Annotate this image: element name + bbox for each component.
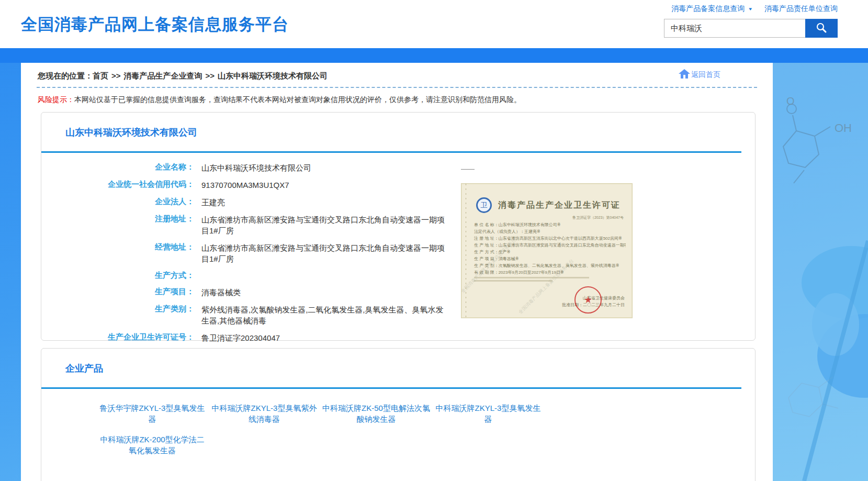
- risk-notice: 风险提示：本网站仅基于已掌握的信息提供查询服务，查询结果不代表本网站对被查询对象…: [21, 88, 773, 105]
- breadcrumb: 您现在的位置：首页>>消毒产品生产企业查询>>山东中科瑞沃环境技术有限公司: [38, 71, 756, 81]
- breadcrumb-row: 您现在的位置：首页>>消毒产品生产企业查询>>山东中科瑞沃环境技术有限公司 返回…: [21, 63, 773, 82]
- field-production-mode: 生产方式：: [41, 267, 755, 284]
- molecule-decoration: OH O: [773, 63, 868, 481]
- certificate-header: 卫 消毒产品生产企业卫生许可证: [461, 184, 632, 213]
- product-link-3[interactable]: 中科瑞沃牌ZK-50型电解法次氯酸钠发生器: [320, 402, 432, 424]
- certificate-number: 鲁卫消证字（2023）第04047号: [461, 215, 632, 220]
- certificate-fine-print: [474, 277, 589, 282]
- search-box: [664, 19, 838, 38]
- license-certificate-image: 全国消毒产品网上备案信息服务平台 全国消毒产品网上备案信息服务平台 卫 消毒产品…: [461, 183, 633, 318]
- certificate-emblem-icon: 卫: [476, 197, 492, 213]
- back-home-link[interactable]: 返回首页: [679, 69, 720, 80]
- product-link-5[interactable]: 中科瑞沃牌ZK-200型化学法二氧化氯发生器: [96, 434, 208, 456]
- nav-responsible-unit-query[interactable]: 消毒产品责任单位查询: [764, 4, 838, 13]
- breadcrumb-current: 山东中科瑞沃环境技术有限公司: [218, 71, 328, 80]
- banner-strip: [0, 48, 868, 63]
- search-input[interactable]: [664, 19, 805, 38]
- company-info-card: 山东中科瑞沃环境技术有限公司 企业名称： 山东中科瑞沃环境技术有限公司 企业统一…: [41, 112, 756, 341]
- product-link-2[interactable]: 中科瑞沃牌ZKYL-3型臭氧紫外线消毒器: [208, 402, 320, 424]
- product-link-4[interactable]: 中科瑞沃牌ZKYL-3型臭氧发生器: [432, 402, 544, 424]
- risk-text: 本网站仅基于已掌握的信息提供查询服务，查询结果不代表本网站对被查询对象信用状况的…: [74, 95, 521, 104]
- products-card: 企业产品 鲁沃华宇牌ZKYL-3型臭氧发生器中科瑞沃牌ZKYL-3型臭氧紫外线消…: [41, 348, 756, 481]
- field-company-name: 企业名称： 山东中科瑞沃环境技术有限公司: [41, 159, 755, 176]
- dash-mark: [461, 169, 475, 170]
- field-legal-person: 企业法人： 王建亮: [41, 194, 755, 211]
- product-link-1[interactable]: 鲁沃华宇牌ZKYL-3型臭氧发生器: [96, 402, 208, 424]
- svg-text:OH: OH: [835, 121, 852, 135]
- field-production-item: 生产项目： 消毒器械类: [41, 284, 755, 301]
- field-business-address: 经营地址： 山东省潍坊市高新区潍安路与宝通街交叉路口东北角自动变速器一期项目1#…: [41, 239, 755, 267]
- products-card-title: 企业产品: [41, 349, 755, 375]
- field-license-number: 生产企业卫生许可证号： 鲁卫消证字202304047: [41, 329, 755, 346]
- breadcrumb-prefix: 您现在的位置：: [38, 71, 93, 80]
- nav-disinfection-record-query[interactable]: 消毒产品备案信息查询: [671, 4, 745, 13]
- top-nav: 消毒产品备案信息查询▼ 消毒产品责任单位查询: [664, 4, 838, 14]
- search-button[interactable]: [805, 19, 838, 38]
- product-list: 鲁沃华宇牌ZKYL-3型臭氧发生器中科瑞沃牌ZKYL-3型臭氧紫外线消毒器中科瑞…: [41, 389, 755, 465]
- site-title: 全国消毒产品网上备案信息服务平台: [21, 14, 289, 36]
- breadcrumb-home[interactable]: 首页: [93, 71, 108, 80]
- breadcrumb-enterprise-query[interactable]: 消毒产品生产企业查询: [124, 71, 202, 80]
- red-seal-icon: ★: [574, 286, 602, 314]
- company-fields: 企业名称： 山东中科瑞沃环境技术有限公司 企业统一社会信用代码： 9137070…: [41, 153, 755, 364]
- header-right: 消毒产品备案信息查询▼ 消毒产品责任单位查询: [664, 4, 838, 38]
- chevron-down-icon: ▼: [748, 7, 753, 12]
- search-icon: [815, 21, 828, 36]
- field-registered-address: 注册地址： 山东省潍坊市高新区潍安路与宝通街交叉路口东北角自动变速器一期项目1#…: [41, 211, 755, 239]
- main-content: 您现在的位置：首页>>消毒产品生产企业查询>>山东中科瑞沃环境技术有限公司 返回…: [21, 63, 773, 481]
- certificate-title: 消毒产品生产企业卫生许可证: [498, 200, 621, 211]
- risk-label: 风险提示：: [38, 95, 74, 104]
- svg-text:O: O: [786, 95, 795, 107]
- certificate-lines: 单 位 名 称：山东中科瑞沃环境技术有限公司※ 法定代表人（或负责人）：王建亮※…: [461, 220, 632, 276]
- page-header: 全国消毒产品网上备案信息服务平台 消毒产品备案信息查询▼ 消毒产品责任单位查询: [0, 0, 868, 48]
- home-icon: [679, 69, 691, 80]
- company-card-title: 山东中科瑞沃环境技术有限公司: [41, 113, 755, 139]
- field-credit-code: 企业统一社会信用代码： 91370700MA3M3U1QX7: [41, 176, 755, 194]
- field-production-category: 生产类别： 紫外线消毒器,次氯酸钠发生器,二氧化氯发生器,臭氧发生器、臭氧水发生…: [41, 301, 755, 329]
